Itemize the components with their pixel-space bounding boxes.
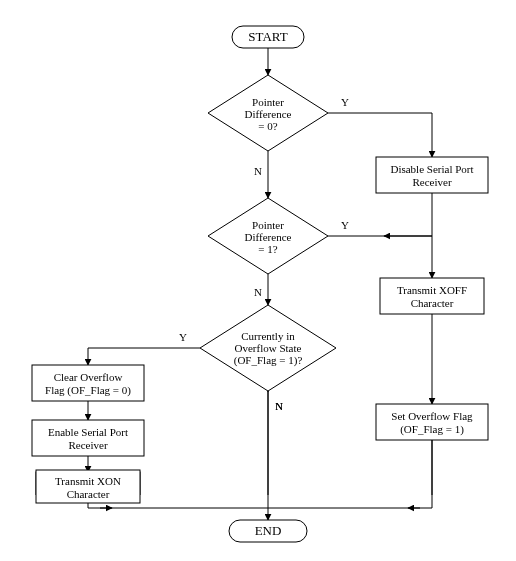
d1-no-label: N [254,165,262,177]
start-label: START [248,29,287,44]
process-transmit-xon-redraw: Transmit XON Character [36,470,140,503]
d2-yes-label: Y [341,219,349,231]
d3-line3: (OF_Flag = 1)? [234,354,303,367]
d2-line2: Difference [245,231,292,243]
process-clear-overflow-flag: Clear Overflow Flag (OF_Flag = 0) [32,365,144,401]
svg-text:N: N [275,400,283,412]
set-of-l1: Set Overflow Flag [391,410,473,422]
d1-line2: Difference [245,108,292,120]
tx-xoff-l1: Transmit XOFF [397,284,467,296]
enable-rx-l1: Enable Serial Port [48,426,128,438]
d1-yes-label: Y [341,96,349,108]
d1-line1: Pointer [252,96,284,108]
disable-rx-l1: Disable Serial Port [390,163,473,175]
process-enable-receiver: Enable Serial Port Receiver [32,420,144,456]
svg-text:Character: Character [67,488,110,500]
process-disable-receiver: Disable Serial Port Receiver [376,157,488,193]
decision-overflow-state: Currently in Overflow State (OF_Flag = 1… [200,305,336,391]
clear-of-l2: Flag (OF_Flag = 0) [45,384,131,397]
decision-pointer-diff-1: Pointer Difference = 1? [208,198,328,274]
disable-rx-l2: Receiver [412,176,451,188]
process-transmit-xoff: Transmit XOFF Character [380,278,484,314]
d3-line2: Overflow State [235,342,302,354]
d2-no-label: N [254,286,262,298]
d1-line3: = 0? [258,120,277,132]
end-terminator-final: END [229,520,307,542]
clear-of-l1: Clear Overflow [54,371,123,383]
d3-yes-label: Y [179,331,187,343]
set-of-l2: (OF_Flag = 1) [400,423,464,436]
flowchart: Y N Y N Y N START Pointer Difference = 0… [0,0,516,561]
enable-rx-l2: Receiver [68,439,107,451]
d3-line1: Currently in [241,330,295,342]
d2-line3: = 1? [258,243,277,255]
d2-line1: Pointer [252,219,284,231]
svg-text:Transmit XON: Transmit XON [55,475,121,487]
tx-xoff-l2: Character [411,297,454,309]
process-set-overflow-flag: Set Overflow Flag (OF_Flag = 1) [376,404,488,440]
start-terminator: START [232,26,304,48]
svg-text:END: END [255,523,282,538]
decision-pointer-diff-0: Pointer Difference = 0? [208,75,328,151]
